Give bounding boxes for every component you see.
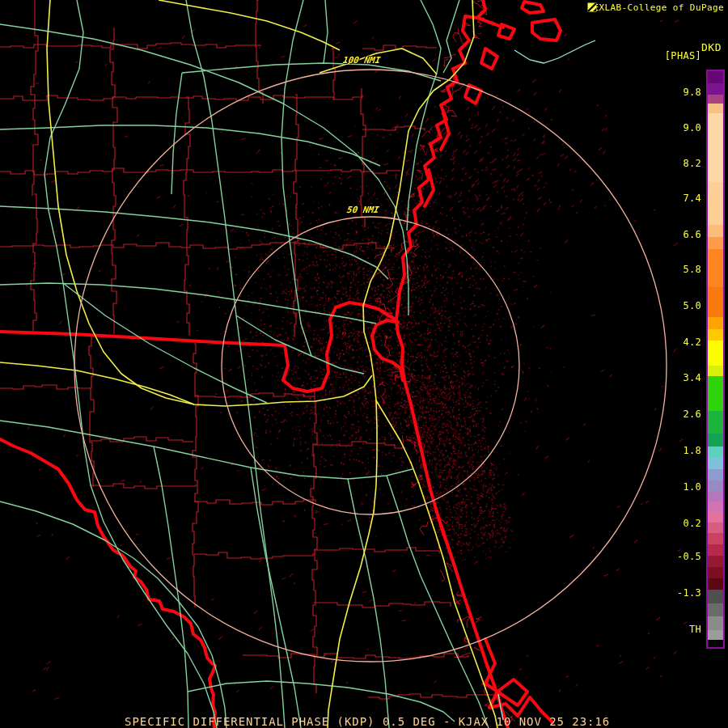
secondary-roads-path	[182, 63, 441, 81]
county-boundaries-path	[91, 484, 196, 489]
colorbar-segment	[708, 366, 723, 376]
colorbar-segment	[708, 603, 723, 616]
colorbar-segment	[708, 544, 723, 556]
colorbar-segment	[708, 533, 723, 544]
colorbar-segment	[708, 113, 723, 182]
secondary-roads-path	[0, 283, 376, 324]
colorbar-segment	[708, 182, 723, 225]
county-boundaries-path	[110, 28, 117, 334]
range-rings	[74, 70, 667, 662]
colorbar-segment	[708, 578, 723, 590]
colorbar-tick-label: 7.4	[653, 193, 701, 204]
colorbar-segment	[708, 341, 723, 366]
colorbar-segment	[708, 512, 723, 523]
secondary-roads-path	[0, 206, 388, 279]
colorbar-segment	[708, 502, 723, 512]
cod-logo-icon	[587, 2, 597, 12]
shoreline-rivers-path	[522, 2, 544, 13]
secondary-roads-path	[171, 73, 182, 194]
colorbar-segment	[708, 616, 723, 630]
colorbar-segment	[708, 630, 723, 640]
secondary-roads	[0, 0, 489, 728]
shoreline-rivers-path	[0, 439, 215, 728]
colorbar-tick-label: 9.0	[653, 122, 701, 133]
shoreline-rivers-path	[532, 19, 561, 40]
colorbar-segment	[708, 640, 723, 647]
county-boundaries-path	[193, 344, 198, 607]
secondary-roads-path	[154, 447, 188, 728]
county-boundaries-path	[314, 548, 439, 553]
county-boundaries-path	[194, 552, 313, 559]
radar-display: NEXLAB-College of DuPage DKD [PHAS] 9.89…	[0, 0, 728, 728]
colorbar-segment	[708, 590, 723, 603]
colorbar-tick-label: -0.5	[653, 551, 701, 562]
shoreline-rivers	[0, 0, 561, 728]
colorbar-tick-label: 0.2	[653, 518, 701, 529]
colorbar-segment	[708, 225, 723, 237]
colorbar-tick-label: 5.8	[653, 264, 701, 275]
colorbar-tick-label: 4.2	[653, 336, 701, 348]
colorbar-tick-label: 1.0	[653, 481, 701, 493]
colorbar-segment	[708, 447, 723, 458]
range-ring-label-100nmi: 100 NMI	[342, 55, 381, 66]
colorbar-segment	[708, 249, 723, 287]
secondary-roads-path	[0, 502, 226, 728]
colorbar-segment	[708, 480, 723, 491]
shoreline-rivers-path	[481, 49, 497, 69]
county-boundaries-path	[256, 0, 263, 104]
colorbar-tick-label: 6.6	[653, 229, 701, 240]
colorbar-tick-label: 8.2	[653, 158, 701, 169]
page-title: NEXLAB-College of DuPage	[587, 2, 724, 13]
colorbar-segment	[708, 567, 723, 578]
colorbar-tick-label: 1.8	[653, 445, 701, 456]
county-boundaries-path	[194, 500, 315, 505]
product-code: DKD	[701, 41, 722, 53]
primary-roads-path	[376, 400, 497, 728]
range-ring-100nmi	[74, 70, 667, 662]
secondary-roads-path	[443, 0, 459, 73]
secondary-roads-path	[186, 0, 285, 728]
county-boundaries-path	[314, 602, 451, 607]
colorbar-segment	[708, 95, 723, 104]
header: NEXLAB-College of DuPage	[587, 2, 724, 13]
colorbar-tick-label: 3.4	[653, 372, 701, 383]
intracoastal-waterway-path	[514, 40, 595, 63]
colorbar-segment	[708, 83, 723, 95]
colorbar-segment	[708, 317, 723, 329]
radar-basemap	[0, 0, 728, 728]
county-boundaries-path	[362, 126, 425, 131]
colorbar-segment	[708, 491, 723, 502]
shoreline-rivers-path	[477, 18, 503, 28]
colorbar-segment	[708, 458, 723, 469]
county-boundaries-path	[0, 95, 362, 100]
shoreline-rivers-path	[497, 679, 527, 705]
county-boundaries-path	[31, 194, 37, 331]
colorbar-tick-label: 5.0	[653, 300, 701, 311]
colorbar-segment	[708, 329, 723, 341]
secondary-roads-path	[44, 0, 217, 728]
colorbar-segment	[708, 434, 723, 447]
product-units-label: [PHAS]	[665, 50, 701, 61]
county-boundaries-path	[314, 442, 403, 448]
primary-roads-path	[159, 0, 340, 50]
intracoastal-waterway	[498, 40, 595, 720]
shoreline-rivers-path	[485, 639, 552, 722]
colorbar-tick-label: -1.3	[653, 587, 701, 599]
colorbar-tick-label: 9.8	[653, 87, 701, 98]
county-boundaries-path	[311, 392, 317, 693]
colorbar-tick-label: TH	[653, 624, 701, 635]
colorbar-segment	[708, 523, 723, 533]
colorbar	[706, 70, 725, 649]
colorbar-segment	[708, 411, 723, 434]
colorbar-segment	[708, 104, 723, 113]
secondary-roads-path	[0, 421, 413, 479]
colorbar-tick-label: 2.6	[653, 408, 701, 420]
colorbar-segment	[708, 556, 723, 567]
secondary-roads-path	[324, 0, 328, 63]
range-ring-label-50nmi: 50 NMI	[346, 205, 380, 215]
county-boundaries-path	[368, 694, 500, 699]
product-caption: SPECIFIC DIFFERENTIAL PHASE (KDP) 0.5 DE…	[125, 715, 610, 728]
colorbar-segment	[708, 287, 723, 317]
colorbar-segment	[708, 237, 723, 249]
colorbar-segment	[708, 376, 723, 411]
